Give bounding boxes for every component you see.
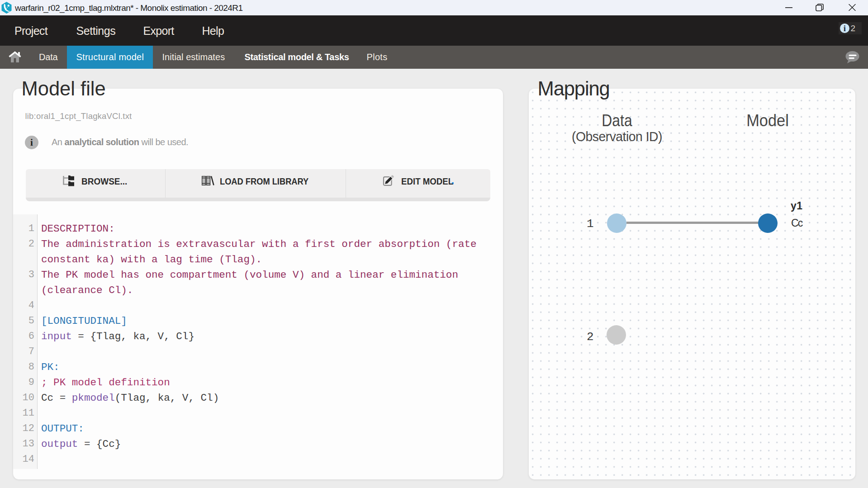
svg-text:i: i [844, 24, 846, 33]
